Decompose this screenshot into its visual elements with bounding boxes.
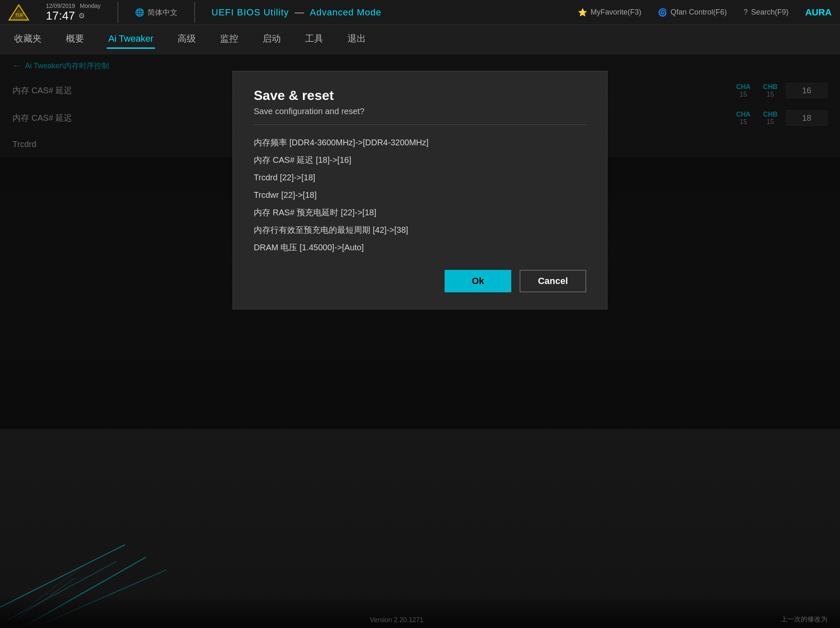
ok-button[interactable]: Ok	[445, 270, 511, 292]
nav-monitor-label: 监控	[220, 33, 238, 44]
day-display: Monday	[80, 2, 101, 9]
version-text: Version 2.20.1271	[370, 616, 424, 624]
change-item-1: 内存频率 [DDR4-3600MHz]->[DDR4-3200MHz]	[254, 137, 586, 148]
nav-tools-label: 工具	[305, 33, 323, 44]
nav-item-overview[interactable]: 概要	[64, 29, 86, 50]
change-item-5: 内存 RAS# 预充电延时 [22]->[18]	[254, 207, 586, 218]
top-bar-controls: ⭐ MyFavorite(F3) 🌀 Qfan Control(F6) ? Se…	[578, 7, 832, 18]
myfavorite-button[interactable]: ⭐ MyFavorite(F3)	[578, 8, 641, 17]
cancel-button[interactable]: Cancel	[520, 270, 586, 292]
footer-nav-hint: 上一次的修改为	[781, 615, 828, 624]
nav-item-exit[interactable]: 退出	[346, 29, 368, 50]
nav-item-advanced[interactable]: 高级	[176, 29, 198, 50]
nav-item-boot[interactable]: 启动	[261, 29, 282, 50]
datetime-area: 12/09/2019 Monday 17:47 ⚙	[46, 2, 101, 22]
nav-boot-label: 启动	[262, 33, 281, 44]
content-area: ← Ai Tweaker\内存时序控制 内存 CAS# 延迟 CHA 15 CH…	[0, 54, 840, 157]
nav-exit-label: 退出	[348, 33, 366, 44]
language-label: 简体中文	[148, 7, 178, 17]
search-icon: ?	[743, 8, 748, 17]
change-item-2: 内存 CAS# 延迟 [18]->[16]	[254, 154, 586, 166]
fan-icon: 🌀	[658, 8, 667, 17]
nav-bar: 收藏夹 概要 Ai Tweaker 高级 监控 启动 工具 退出	[0, 25, 840, 54]
date-display: 12/09/2019	[46, 2, 75, 9]
star-icon: ⭐	[578, 8, 587, 17]
settings-gear-icon[interactable]: ⚙	[78, 11, 85, 20]
nav-item-monitor[interactable]: 监控	[218, 29, 240, 50]
dialog-buttons: Ok Cancel	[254, 270, 586, 292]
dialog-overlay: Save & reset Save configuration and rese…	[0, 54, 840, 429]
logo-area: TUF	[8, 4, 29, 21]
asus-logo-icon: TUF	[8, 4, 29, 21]
myfavorite-label: MyFavorite(F3)	[590, 8, 641, 17]
search-button[interactable]: ? Search(F9)	[743, 8, 788, 17]
divider	[118, 2, 118, 23]
nav-overview-label: 概要	[66, 33, 84, 44]
bios-subtitle: Advanced Mode	[310, 7, 382, 17]
dialog-subtitle: Save configuration and reset?	[254, 107, 586, 116]
dialog-changes-list: 内存频率 [DDR4-3600MHz]->[DDR4-3200MHz] 内存 C…	[254, 137, 586, 253]
main-container: TUF 12/09/2019 Monday 17:47 ⚙ 🌐 简体中文	[0, 0, 840, 628]
qfan-label: Qfan Control(F6)	[670, 8, 727, 17]
footer-bar: Version 2.20.1271 上一次的修改为	[0, 595, 840, 628]
bios-title-area: UEFI BIOS Utility — Advanced Mode	[212, 7, 382, 18]
bios-title: UEFI BIOS Utility	[212, 7, 289, 17]
top-bar: TUF 12/09/2019 Monday 17:47 ⚙ 🌐 简体中文	[0, 0, 840, 25]
nav-advanced-label: 高级	[178, 33, 196, 44]
dialog-title: Save & reset	[254, 88, 586, 103]
language-selector[interactable]: 🌐 简体中文	[135, 7, 178, 17]
time-area: 17:47 ⚙	[46, 9, 85, 22]
nav-item-tools[interactable]: 工具	[303, 29, 325, 50]
aura-label: AURA	[805, 7, 832, 18]
save-reset-dialog: Save & reset Save configuration and rese…	[232, 71, 608, 309]
nav-item-favorites[interactable]: 收藏夹	[12, 29, 43, 50]
change-item-7: DRAM 电压 [1.45000]->[Auto]	[254, 242, 586, 253]
change-item-6: 内存行有效至预充电的最短周期 [42]->[38]	[254, 224, 586, 236]
nav-favorites-label: 收藏夹	[14, 33, 42, 44]
time-display: 17:47	[46, 9, 75, 22]
change-item-3: Trcdrd [22]->[18]	[254, 172, 586, 183]
search-label: Search(F9)	[751, 8, 788, 17]
svg-text:TUF: TUF	[15, 12, 24, 17]
nav-item-aitweaker[interactable]: Ai Tweaker	[107, 30, 155, 49]
nav-aitweaker-label: Ai Tweaker	[108, 33, 153, 44]
change-item-4: Trcdwr [22]->[18]	[254, 189, 586, 201]
divider2	[194, 2, 195, 23]
globe-icon: 🌐	[135, 8, 144, 17]
qfan-button[interactable]: 🌀 Qfan Control(F6)	[658, 8, 727, 17]
dialog-divider	[254, 125, 586, 125]
